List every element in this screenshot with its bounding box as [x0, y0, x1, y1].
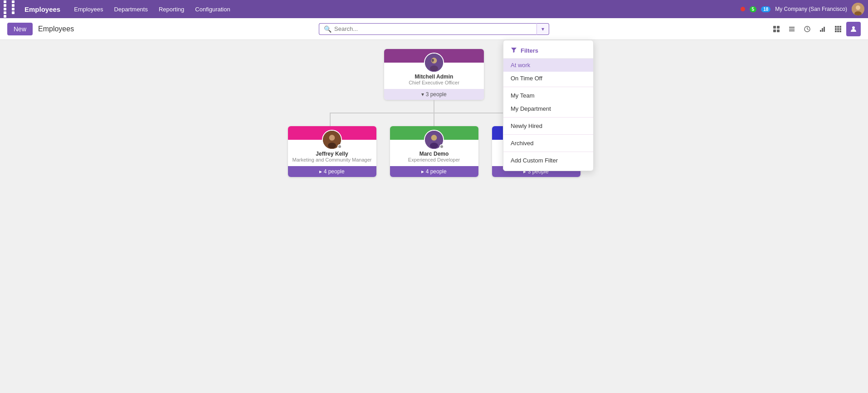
marc-avatar-wrap — [424, 130, 444, 150]
svg-rect-5 — [773, 29, 776, 32]
filter-separator-4 — [503, 152, 593, 152]
svg-rect-22 — [835, 30, 837, 32]
svg-point-25 — [852, 26, 855, 29]
svg-rect-23 — [837, 30, 839, 32]
svg-rect-4 — [777, 26, 780, 29]
svg-point-36 — [430, 142, 438, 148]
marc-name: Marc Demo — [419, 151, 449, 157]
ceo-card-body: Mitchell Admin Chief Executive Officer — [384, 63, 484, 89]
menu-employees[interactable]: Employees — [69, 4, 107, 15]
svg-rect-7 — [789, 27, 795, 28]
marc-title: Experienced Developer — [408, 157, 460, 162]
chat-badge[interactable]: 5 — [750, 6, 757, 12]
filter-title: Filters — [521, 47, 538, 54]
svg-point-1 — [856, 5, 860, 10]
svg-point-32 — [329, 135, 335, 141]
svg-point-35 — [431, 135, 437, 141]
bell-badge[interactable]: 18 — [761, 6, 770, 12]
search-icon: 🔍 — [324, 25, 332, 33]
filter-separator-3 — [503, 134, 593, 135]
company-name[interactable]: My Company (San Francisco) — [775, 6, 847, 12]
ceo-card[interactable]: Mitchell Admin Chief Executive Officer ▾… — [384, 49, 484, 100]
activity-view-btn[interactable] — [800, 22, 814, 36]
svg-point-33 — [328, 142, 336, 148]
filter-dropdown: Filters At work On Time Off My Team My D… — [503, 40, 594, 171]
branch-left — [330, 113, 331, 126]
svg-rect-15 — [824, 27, 825, 32]
search-dropdown-button[interactable]: ▾ — [536, 23, 549, 35]
svg-line-12 — [807, 29, 809, 30]
list-view-btn[interactable] — [785, 22, 799, 36]
subheader: New Employees 🔍 ▾ — [0, 18, 868, 40]
filter-my-team[interactable]: My Team — [503, 89, 593, 102]
svg-rect-30 — [432, 61, 434, 62]
search-input-wrap: 🔍 — [319, 23, 536, 35]
menu-configuration[interactable]: Configuration — [190, 4, 234, 15]
svg-rect-18 — [839, 26, 841, 28]
svg-rect-8 — [789, 29, 795, 29]
app-grid-icon[interactable] — [4, 0, 19, 18]
view-buttons — [769, 22, 861, 36]
grid-view-btn[interactable] — [831, 22, 845, 36]
ceo-avatar — [424, 53, 444, 73]
notification-red-dot[interactable] — [741, 7, 745, 11]
branch-center — [434, 113, 434, 126]
svg-rect-6 — [777, 29, 780, 32]
filter-icon — [511, 47, 517, 54]
jeffrey-status-dot — [337, 144, 342, 149]
svg-rect-13 — [820, 30, 821, 32]
jeffrey-avatar-wrap — [322, 130, 342, 150]
svg-rect-9 — [789, 30, 795, 31]
svg-point-29 — [432, 59, 434, 61]
topnav-right: 5 18 My Company (San Francisco) — [741, 3, 864, 15]
topnav-menu: Employees Departments Reporting Configur… — [69, 4, 234, 15]
new-button[interactable]: New — [7, 23, 33, 35]
main-content: Mitchell Admin Chief Executive Officer ▾… — [0, 40, 868, 393]
page-title: Employees — [38, 25, 74, 33]
ceo-title: Chief Executive Officer — [409, 80, 459, 85]
jeffrey-title: Marketing and Community Manager — [293, 157, 372, 162]
emp-card-marc[interactable]: Marc Demo Experienced Developer ▸ 4 peop… — [390, 126, 478, 177]
ceo-avatar-wrap — [424, 53, 444, 73]
ceo-people-btn[interactable]: ▾ 3 people — [384, 89, 484, 100]
app-name[interactable]: Employees — [24, 5, 60, 13]
chart-view-btn[interactable] — [815, 22, 830, 36]
marc-people-btn[interactable]: ▸ 4 people — [390, 166, 478, 177]
jeffrey-card-body: Jeffrey Kelly Marketing and Community Ma… — [288, 140, 376, 166]
filter-newly-hired[interactable]: Newly Hired — [503, 119, 593, 133]
filter-header: Filters — [503, 44, 593, 59]
svg-rect-16 — [835, 26, 837, 28]
menu-departments[interactable]: Departments — [110, 4, 152, 15]
kanban-view-btn[interactable] — [769, 22, 784, 36]
org-chart: Mitchell Admin Chief Executive Officer ▾… — [9, 49, 859, 177]
filter-separator-2 — [503, 117, 593, 118]
filter-add-custom[interactable]: Add Custom Filter — [503, 154, 593, 167]
svg-rect-14 — [822, 28, 823, 32]
search-bar: 🔍 ▾ — [319, 23, 549, 35]
svg-rect-17 — [837, 26, 839, 28]
tree-line-top — [434, 100, 434, 113]
jeffrey-people-btn[interactable]: ▸ 4 people — [288, 166, 376, 177]
svg-rect-19 — [835, 28, 837, 30]
svg-point-28 — [430, 65, 438, 71]
jeffrey-name: Jeffrey Kelly — [316, 151, 348, 157]
marc-status-dot — [439, 144, 444, 149]
filter-separator-1 — [503, 87, 593, 87]
filter-on-time-off[interactable]: On Time Off — [503, 72, 593, 85]
menu-reporting[interactable]: Reporting — [154, 4, 189, 15]
topnav: Employees Employees Departments Reportin… — [0, 0, 868, 18]
filter-my-department[interactable]: My Department — [503, 102, 593, 115]
svg-rect-20 — [837, 28, 839, 30]
person-view-btn[interactable] — [846, 22, 861, 36]
svg-rect-3 — [773, 26, 776, 29]
user-avatar[interactable] — [852, 3, 864, 15]
emp-card-jeffrey[interactable]: Jeffrey Kelly Marketing and Community Ma… — [288, 126, 376, 177]
svg-rect-24 — [839, 30, 841, 32]
search-input[interactable] — [334, 25, 532, 32]
svg-rect-21 — [839, 28, 841, 30]
filter-at-work[interactable]: At work — [503, 59, 593, 72]
filter-archived[interactable]: Archived — [503, 137, 593, 150]
ceo-name: Mitchell Admin — [415, 74, 454, 80]
marc-card-body: Marc Demo Experienced Developer — [390, 140, 478, 166]
